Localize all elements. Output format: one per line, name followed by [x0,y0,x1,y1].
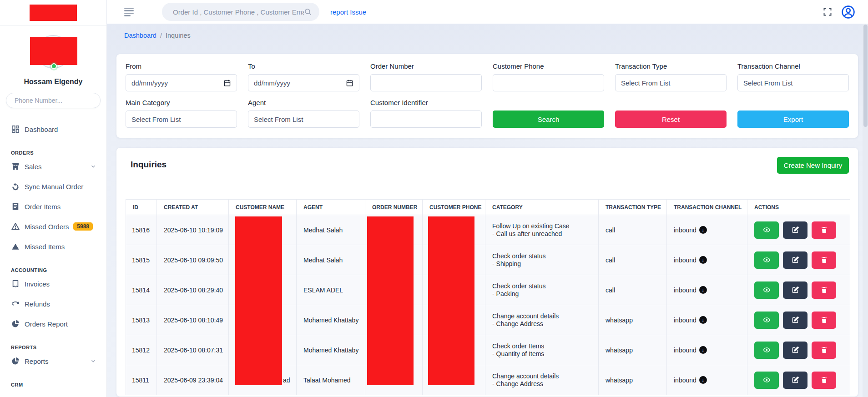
cell-actions [747,335,850,365]
to-date-input[interactable]: dd/mm/yyyy [248,74,359,91]
delete-row-button[interactable] [812,312,836,329]
edit-row-button[interactable] [783,251,807,269]
filter-field-customer-phone: Customer Phone [493,62,604,91]
inquiries-table: IDCREATED ATCUSTOMER NAMEAGENTORDER NUMB… [126,199,850,395]
filter-label: Transaction Type [615,62,727,70]
calendar-icon [346,79,353,87]
category-sub: - Change Address [492,320,595,328]
phone-number-input[interactable] [6,93,101,108]
cell-transaction-type: whatsapp [599,335,667,365]
from-date-input[interactable]: dd/mm/yyyy [126,74,237,91]
transaction-type-select[interactable]: Select From List [615,74,727,91]
search-button[interactable]: Search [493,111,604,128]
reset-button[interactable]: Reset [615,111,727,128]
cell-transaction-channel: inbound↓ [667,305,747,335]
sidebar-item-reports[interactable]: Reports [11,351,100,371]
customer-identifier-input[interactable] [370,111,482,128]
cell-category: Change account details- Change Address [485,365,599,395]
channel-text: inbound [674,347,696,354]
column-header-order-number: ORDER NUMBER [365,200,423,215]
edit-row-button[interactable] [783,221,807,239]
sidebar-item-missed-items[interactable]: Missed Items [11,236,100,256]
filter-button-cell: Search [493,99,604,128]
reports-icon [11,357,20,366]
filter-grid: Fromdd/mm/yyyyTodd/mm/yyyyOrder NumberCu… [126,62,849,128]
user-profile-icon[interactable] [841,5,855,19]
view-row-button[interactable] [754,372,779,389]
filter-label: Customer Phone [493,62,604,70]
cell-transaction-type: call [599,245,667,275]
inquiries-panel: Inquiries Create New Inquiry IDCREATED A… [116,148,858,397]
filter-field-transaction-type: Transaction TypeSelect From List [615,62,727,91]
cell-created-at: 2025-06-10 09:09:50 [157,245,229,275]
edit-icon [792,286,799,294]
view-row-button[interactable] [754,342,779,359]
inbound-arrow-icon: ↓ [699,346,707,354]
category-sub: - Quantity of Items [492,350,595,358]
sync-icon [11,182,20,191]
delete-row-button[interactable] [812,221,836,239]
view-row-button[interactable] [754,251,779,269]
channel-text: inbound [674,286,696,294]
cell-id: 15811 [126,365,157,395]
agent-select[interactable]: Select From List [248,111,359,128]
nav-section-header-orders: ORDERS [11,150,100,156]
trash-icon [820,226,828,234]
view-row-button[interactable] [754,221,779,239]
cell-created-at: 2025-06-09 23:39:04 [157,365,229,395]
sidebar-item-refunds[interactable]: Refunds [11,294,100,314]
main-category-select[interactable]: Select From List [126,111,237,128]
edit-row-button[interactable] [783,342,807,359]
create-new-inquiry-button[interactable]: Create New Inquiry [777,157,849,174]
sidebar-item-orders-report[interactable]: Orders Report [11,314,100,334]
cell-agent: Medhat Salah [297,245,365,275]
filter-label: Agent [248,99,359,106]
edit-row-button[interactable] [783,372,807,389]
search-icon[interactable] [304,8,312,16]
order-number-input[interactable] [370,74,482,91]
redaction-overlay-customer-name [235,216,282,385]
user-name: Hossam Elgendy [0,78,106,86]
eye-icon [763,316,771,324]
breadcrumb-dashboard-link[interactable]: Dashboard [124,32,156,39]
delete-row-button[interactable] [812,281,836,299]
inbound-arrow-icon: ↓ [699,226,707,234]
column-header-category: CATEGORY [485,200,599,215]
cell-actions [747,215,850,245]
eye-icon [763,286,771,294]
cell-category: Check order status- Shipping [485,245,599,275]
sidebar-item-order-items[interactable]: Order Items [11,196,100,216]
delete-row-button[interactable] [812,251,836,269]
edit-row-button[interactable] [783,281,807,299]
sidebar-item-missed-orders[interactable]: Missed Orders5988 [11,216,100,236]
filter-label: From [126,62,237,70]
view-row-button[interactable] [754,312,779,329]
report-issue-link[interactable]: report Issue [330,8,366,16]
profile-avatar-zone [0,33,106,77]
delete-row-button[interactable] [812,342,836,359]
delete-row-button[interactable] [812,372,836,389]
transaction-channel-select[interactable]: Select From List [737,74,849,91]
nav-label: Missed Orders [25,223,69,231]
edit-row-button[interactable] [783,312,807,329]
filter-label: Order Number [370,62,482,70]
menu-toggle-icon[interactable] [124,8,134,16]
inbound-arrow-icon: ↓ [699,376,707,384]
column-header-customer-phone: CUSTOMER PHONE [423,200,485,215]
export-button[interactable]: Export [737,111,849,128]
sidebar-item-invoices[interactable]: Invoices [11,274,100,294]
fullscreen-icon[interactable] [823,7,832,16]
sidebar-item-dashboard[interactable]: Dashboard [11,119,100,139]
customer-phone-input[interactable] [493,74,604,91]
inbound-arrow-icon: ↓ [699,286,707,294]
scrollbar-thumb[interactable] [863,25,868,127]
global-search-input[interactable] [173,8,304,16]
page-scrollbar[interactable] [863,24,868,397]
view-row-button[interactable] [754,281,779,299]
cell-category: Check order status- Packing [485,275,599,305]
sidebar-item-sync-manual-order[interactable]: Sync Manual Order [11,176,100,196]
nav-label: Invoices [25,280,50,288]
sidebar-item-sales[interactable]: Sales [11,156,100,176]
cell-transaction-type: whatsapp [599,305,667,335]
breadcrumb-separator: / [160,32,162,39]
